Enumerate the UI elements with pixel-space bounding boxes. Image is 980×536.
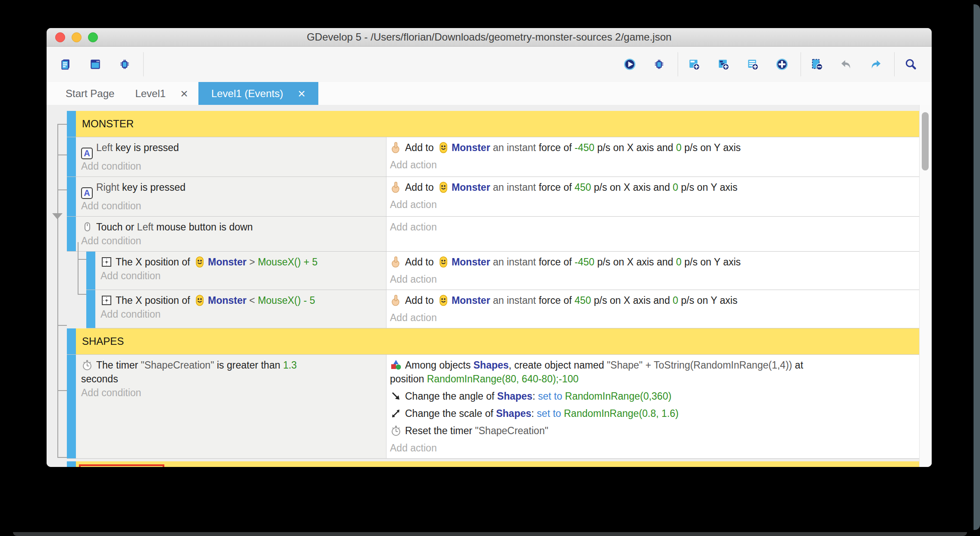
- event-row[interactable]: Touch or Left mouse button is downAdd co…: [67, 217, 920, 252]
- condition-line[interactable]: The X position of Monster > MouseX() + 5: [101, 255, 382, 269]
- app-window: GDevelop 5 - /Users/florian/Downloads/ge…: [47, 28, 932, 467]
- add-new-icon: [776, 58, 788, 70]
- add-new-button[interactable]: [771, 52, 795, 76]
- add-condition-button[interactable]: Add condition: [81, 199, 382, 213]
- group-title[interactable]: SHAPES: [82, 335, 124, 347]
- project-manager-button[interactable]: [55, 52, 79, 76]
- group-header[interactable]: Move shapes: [76, 461, 920, 467]
- group-title[interactable]: Move shapes: [79, 464, 164, 467]
- angle-arrow-icon: [390, 390, 402, 402]
- add-event-icon: [688, 58, 700, 70]
- tree-line: [57, 325, 67, 326]
- action-line[interactable]: Add to Monster an instant force of 450 p…: [390, 293, 915, 307]
- event-color-bar: [67, 355, 76, 458]
- search-button[interactable]: [900, 52, 924, 76]
- actions-cell: Among objects Shapes, create object name…: [386, 355, 920, 458]
- close-window-button[interactable]: [55, 32, 65, 42]
- add-condition-button[interactable]: Add condition: [101, 269, 382, 283]
- action-line[interactable]: Add to Monster an instant force of -450 …: [390, 141, 915, 154]
- condition-line[interactable]: The X position of Monster < MouseX() - 5: [101, 293, 382, 307]
- toolbar-separator: [801, 52, 801, 76]
- close-tab-icon[interactable]: ×: [180, 87, 188, 100]
- add-action-button[interactable]: Add action: [390, 220, 915, 234]
- add-comment-button[interactable]: [742, 52, 766, 76]
- subtree-line: [78, 242, 79, 295]
- condition-line[interactable]: ARight key is pressed: [81, 180, 382, 199]
- tab-start-page[interactable]: Start Page: [55, 82, 125, 105]
- debugger-button[interactable]: [114, 52, 138, 76]
- event-row[interactable]: ALeft key is pressedAdd conditionAdd to …: [67, 137, 920, 177]
- action-line[interactable]: Change the angle of Shapes: set to Rando…: [390, 389, 915, 403]
- close-tab-icon[interactable]: ×: [298, 87, 305, 100]
- actions-cell: Add action: [386, 217, 920, 251]
- delete-event-button[interactable]: [806, 52, 830, 76]
- add-condition-button[interactable]: Add condition: [81, 234, 382, 248]
- event-color-bar: [67, 177, 76, 216]
- event-color-bar: [86, 290, 95, 328]
- group-row[interactable]: Move shapes: [67, 461, 920, 467]
- condition-line[interactable]: ALeft key is pressed: [81, 141, 382, 159]
- toolbar-separator: [678, 52, 678, 76]
- add-subevent-button[interactable]: [713, 52, 737, 76]
- add-condition-button[interactable]: Add condition: [81, 386, 382, 400]
- undo-button[interactable]: [836, 52, 860, 76]
- conditions-cell: The X position of Monster < MouseX() - 5…: [95, 290, 386, 328]
- tree-line: [57, 189, 67, 190]
- add-action-button[interactable]: Add action: [390, 158, 915, 172]
- group-row[interactable]: MONSTER: [67, 111, 920, 137]
- add-action-button[interactable]: Add action: [390, 198, 915, 211]
- subevent-row[interactable]: The X position of Monster < MouseX() - 5…: [86, 290, 920, 328]
- tab-level1[interactable]: Level1×: [125, 82, 198, 105]
- action-line[interactable]: Reset the timer "ShapeCreation": [390, 424, 915, 438]
- action-line[interactable]: Add to Monster an instant force of -450 …: [390, 255, 915, 269]
- tab-label: Level1 (Events): [211, 88, 283, 100]
- action-line[interactable]: Add to Monster an instant force of 450 p…: [390, 180, 915, 194]
- event-row[interactable]: The timer "ShapeCreation" is greater tha…: [67, 355, 920, 459]
- add-action-button[interactable]: Add action: [390, 311, 915, 325]
- events-sheet: MONSTERALeft key is pressedAdd condition…: [47, 105, 932, 467]
- add-condition-button[interactable]: Add condition: [81, 159, 382, 173]
- hand-force-icon: [390, 142, 402, 154]
- conditions-cell: The timer "ShapeCreation" is greater tha…: [76, 355, 386, 458]
- monster-object-icon: [437, 142, 449, 154]
- mouse-icon: [81, 221, 93, 233]
- zoom-window-button[interactable]: [88, 32, 98, 42]
- action-line[interactable]: Change the scale of Shapes: set to Rando…: [390, 407, 915, 420]
- add-event-button[interactable]: [683, 52, 707, 76]
- group-header[interactable]: MONSTER: [76, 111, 920, 137]
- events-scrollbar: [919, 105, 932, 467]
- group-title[interactable]: MONSTER: [82, 118, 134, 130]
- tab-bar: Start PageLevel1×Level1 (Events)×: [47, 82, 932, 105]
- group-header[interactable]: SHAPES: [76, 328, 920, 354]
- preview-window-button[interactable]: [85, 52, 109, 76]
- condition-line[interactable]: The timer "ShapeCreation" is greater tha…: [81, 358, 382, 386]
- debugger-icon: [653, 58, 665, 70]
- event-row[interactable]: ARight key is pressedAdd conditionAdd to…: [67, 177, 920, 217]
- keyboard-key-a-icon: A: [81, 183, 96, 199]
- scrollbar-thumb[interactable]: [922, 112, 929, 170]
- tree-line: [57, 390, 67, 391]
- traffic-lights: [55, 28, 98, 46]
- minimize-window-button[interactable]: [72, 32, 82, 42]
- redo-button[interactable]: [865, 52, 889, 76]
- tree-line: [57, 457, 67, 458]
- conditions-cell: Touch or Left mouse button is downAdd co…: [76, 217, 386, 251]
- condition-line[interactable]: Touch or Left mouse button is down: [81, 220, 382, 234]
- add-action-button[interactable]: Add action: [390, 441, 915, 455]
- monster-object-icon: [194, 294, 206, 306]
- group-row[interactable]: SHAPES: [67, 328, 920, 355]
- add-action-button[interactable]: Add action: [390, 272, 915, 286]
- add-condition-button[interactable]: Add condition: [101, 307, 382, 321]
- hand-force-icon: [390, 294, 402, 306]
- toolbar-right-group: [806, 52, 889, 76]
- play-button[interactable]: [619, 52, 643, 76]
- action-line[interactable]: Among objects Shapes, create object name…: [390, 358, 915, 386]
- toolbar-right-group: [900, 52, 924, 76]
- subevent-row[interactable]: The X position of Monster > MouseX() + 5…: [86, 252, 920, 290]
- actions-cell: Add to Monster an instant force of -450 …: [386, 252, 920, 290]
- debug-button[interactable]: [648, 52, 672, 76]
- tab-level1-events[interactable]: Level1 (Events)×: [198, 82, 318, 105]
- collapse-triangle-icon[interactable]: [52, 213, 63, 219]
- toolbar-separator: [143, 52, 144, 76]
- event-color-bar: [86, 252, 95, 290]
